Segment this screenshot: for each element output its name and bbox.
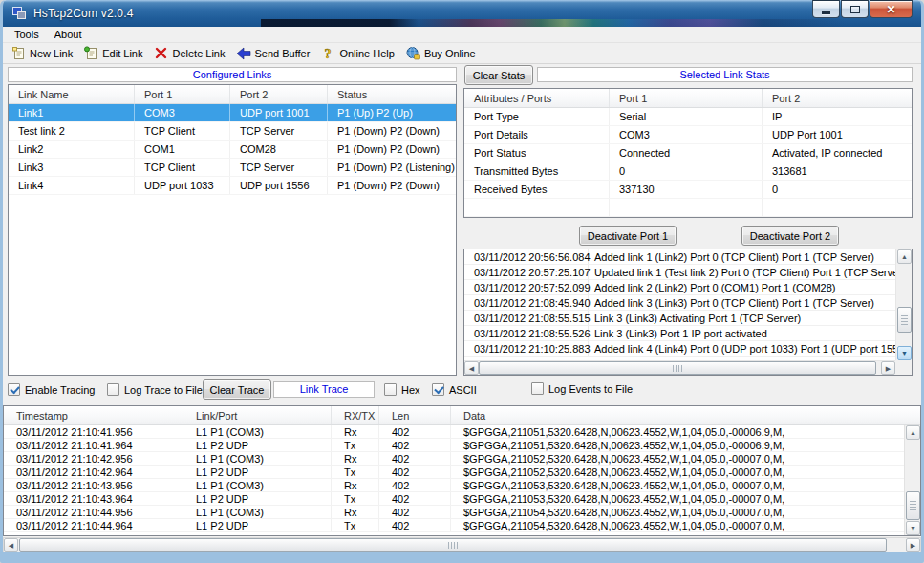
column-header[interactable]: Status bbox=[328, 85, 456, 103]
title-bar[interactable]: HsTcp2Com v2.0.4 ✕ bbox=[3, 0, 921, 27]
trace-cell: L1 P1 (COM3) bbox=[183, 506, 332, 518]
trace-cell: L1 P2 UDP bbox=[183, 492, 332, 505]
trace-vscrollbar[interactable]: ▲ ▼ bbox=[904, 425, 920, 535]
maximize-button[interactable] bbox=[841, 0, 869, 18]
link-row[interactable]: Link4UDP port 1033UDP port 1556P1 (Down)… bbox=[9, 177, 456, 195]
checkbox-box[interactable] bbox=[8, 383, 20, 396]
event-log-hscrollbar[interactable]: ◀ ▶ bbox=[464, 360, 895, 375]
toolbar-send-buffer-button[interactable]: Send Buffer bbox=[232, 45, 317, 61]
event-log-vscrollbar[interactable]: ▲ ▼ bbox=[895, 249, 912, 360]
trace-cell: 402 bbox=[379, 425, 451, 438]
ascii-checkbox[interactable]: ASCII bbox=[432, 382, 477, 397]
clear-stats-button[interactable]: Clear Stats bbox=[464, 65, 533, 85]
column-header[interactable]: Port 2 bbox=[230, 85, 328, 103]
toolbar-button-label: Edit Link bbox=[102, 48, 142, 59]
scroll-right-button[interactable]: ▶ bbox=[881, 361, 895, 375]
checkbox-box[interactable] bbox=[432, 383, 444, 396]
link-cell: TCP Server bbox=[230, 122, 328, 140]
link-row[interactable]: Test link 2TCP ClientTCP ServerP1 (Down)… bbox=[9, 122, 456, 141]
scroll-thumb[interactable] bbox=[906, 491, 920, 520]
trace-row[interactable]: 03/11/2012 21:10:43.964L1 P2 UDPTx402$GP… bbox=[4, 492, 904, 506]
toolbar-edit-link-button[interactable]: Edit Link bbox=[79, 45, 149, 61]
event-log-row[interactable]: 03/11/2012 21:08:55.526Link 3 (Link3) Po… bbox=[464, 326, 895, 341]
checkbox-label: ASCII bbox=[449, 384, 477, 396]
checkbox-box[interactable] bbox=[384, 383, 397, 396]
stats-cell: IP bbox=[763, 108, 912, 125]
trace-cell: 03/11/2012 21:10:42.956 bbox=[4, 452, 183, 465]
trace-row[interactable]: 03/11/2012 21:10:44.956L1 P1 (COM3)Rx402… bbox=[4, 506, 904, 519]
column-header[interactable]: Port 1 bbox=[135, 85, 230, 103]
stats-empty-row bbox=[464, 217, 912, 218]
send-buffer-icon bbox=[236, 46, 251, 60]
toolbar-online-help-button[interactable]: ?Online Help bbox=[316, 45, 400, 61]
enable-tracing-checkbox[interactable]: Enable Tracing bbox=[8, 382, 95, 397]
link-row[interactable]: Link2COM1COM28P1 (Down) P2 (Down) bbox=[9, 141, 456, 159]
toolbar-delete-link-button[interactable]: Delete Link bbox=[149, 45, 231, 61]
up-arrow-icon: ▲ bbox=[910, 429, 916, 436]
event-log-row[interactable]: 03/11/2012 21:10:25.883Added link 4 (Lin… bbox=[464, 341, 895, 357]
column-header[interactable]: Data bbox=[451, 406, 920, 424]
column-header[interactable]: Link/Port bbox=[183, 406, 332, 424]
scroll-thumb[interactable] bbox=[19, 538, 887, 552]
trace-row[interactable]: 03/11/2012 21:10:43.956L1 P1 (COM3)Rx402… bbox=[4, 479, 904, 492]
column-header[interactable]: Len bbox=[379, 406, 451, 424]
stats-cell bbox=[763, 199, 912, 216]
scroll-up-button[interactable]: ▲ bbox=[897, 249, 912, 264]
event-log-row[interactable]: 03/11/2012 20:57:25.107Updated link 1 (T… bbox=[464, 265, 895, 280]
scroll-right-button[interactable]: ▶ bbox=[906, 538, 920, 552]
close-button[interactable]: ✕ bbox=[870, 0, 913, 18]
event-log-row[interactable]: 03/11/2012 21:08:45.940Added link 3 (Lin… bbox=[464, 295, 895, 311]
scroll-down-button[interactable]: ▼ bbox=[897, 346, 912, 360]
menu-item-tools[interactable]: Tools bbox=[7, 28, 47, 41]
scroll-down-button[interactable]: ▼ bbox=[906, 521, 920, 535]
hex-checkbox[interactable]: Hex bbox=[384, 382, 420, 397]
scroll-left-button[interactable]: ◀ bbox=[4, 538, 18, 552]
toolbar-button-label: Buy Online bbox=[424, 48, 476, 59]
scroll-thumb[interactable] bbox=[479, 361, 876, 375]
trace-row[interactable]: 03/11/2012 21:10:42.956L1 P1 (COM3)Rx402… bbox=[4, 452, 904, 466]
stats-cell bbox=[464, 199, 610, 216]
menu-item-about[interactable]: About bbox=[47, 28, 90, 41]
trace-row[interactable]: 03/11/2012 21:10:42.964L1 P2 UDPTx402$GP… bbox=[4, 466, 904, 479]
trace-row[interactable]: 03/11/2012 21:10:44.964L1 P2 UDPTx402$GP… bbox=[4, 519, 904, 532]
right-arrow-icon: ▶ bbox=[911, 542, 915, 549]
checkbox-label: Log Trace to File bbox=[124, 384, 203, 396]
log-events-to-file-checkbox[interactable]: Log Events to File bbox=[531, 381, 633, 396]
column-header[interactable]: Timestamp bbox=[4, 406, 183, 424]
scroll-thumb[interactable] bbox=[897, 307, 912, 333]
column-header[interactable]: Attributes / Ports bbox=[464, 89, 610, 107]
deactivate-port2-button[interactable]: Deactivate Port 2 bbox=[741, 226, 839, 246]
toolbar-button-label: Send Buffer bbox=[255, 48, 311, 59]
trace-cell: 03/11/2012 21:10:44.964 bbox=[4, 519, 183, 531]
checkbox-box[interactable] bbox=[531, 382, 544, 395]
clear-trace-button[interactable]: Clear Trace bbox=[203, 379, 271, 400]
column-header[interactable]: Link Name bbox=[9, 85, 135, 103]
toolbar-buy-online-button[interactable]: Buy Online bbox=[401, 45, 483, 61]
log-trace-to-file-checkbox[interactable]: Log Trace to File bbox=[107, 382, 203, 397]
trace-row[interactable]: 03/11/2012 21:10:41.964L1 P2 UDPTx402$GP… bbox=[4, 439, 904, 452]
scroll-up-button[interactable]: ▲ bbox=[906, 425, 920, 440]
column-header[interactable]: Port 2 bbox=[763, 89, 912, 107]
column-header[interactable]: RX/TX bbox=[332, 406, 379, 424]
link-stats-table: Attributes / PortsPort 1Port 2Port TypeS… bbox=[463, 88, 913, 218]
stats-cell: Connected bbox=[610, 144, 763, 162]
stats-cell: Activated, IP connected bbox=[763, 144, 912, 162]
deactivate-port1-button[interactable]: Deactivate Port 1 bbox=[579, 226, 677, 246]
checkbox-box[interactable] bbox=[107, 383, 119, 396]
event-log-row[interactable]: 03/11/2012 21:08:55.515Link 3 (Link3) Ac… bbox=[464, 311, 895, 326]
minimize-button[interactable] bbox=[812, 0, 840, 18]
up-arrow-icon: ▲ bbox=[901, 253, 908, 260]
event-text: Link 3 (Link3) Port 1 IP port activated bbox=[589, 328, 895, 339]
checkbox-label: Log Events to File bbox=[548, 383, 633, 395]
trace-cell: 03/11/2012 21:10:42.964 bbox=[4, 466, 183, 478]
toolbar-new-link-button[interactable]: New Link bbox=[7, 45, 79, 61]
event-log-row[interactable]: 03/11/2012 20:56:56.084Added link 1 (Lin… bbox=[464, 249, 895, 265]
link-row[interactable]: Link3TCP ClientTCP ServerP1 (Down) P2 (L… bbox=[9, 159, 456, 177]
event-timestamp: 03/11/2012 20:57:25.107 bbox=[464, 265, 589, 279]
trace-hscrollbar[interactable]: ◀ ▶ bbox=[3, 537, 921, 552]
column-header[interactable]: Port 1 bbox=[610, 89, 763, 107]
trace-row[interactable]: 03/11/2012 21:10:41.956L1 P1 (COM3)Rx402… bbox=[4, 425, 904, 439]
event-log-row[interactable]: 03/11/2012 20:57:52.099Added link 2 (Lin… bbox=[464, 280, 895, 295]
link-row[interactable]: Link1COM3UDP port 1001P1 (Up) P2 (Up) bbox=[9, 104, 456, 122]
scroll-left-button[interactable]: ◀ bbox=[464, 361, 479, 375]
